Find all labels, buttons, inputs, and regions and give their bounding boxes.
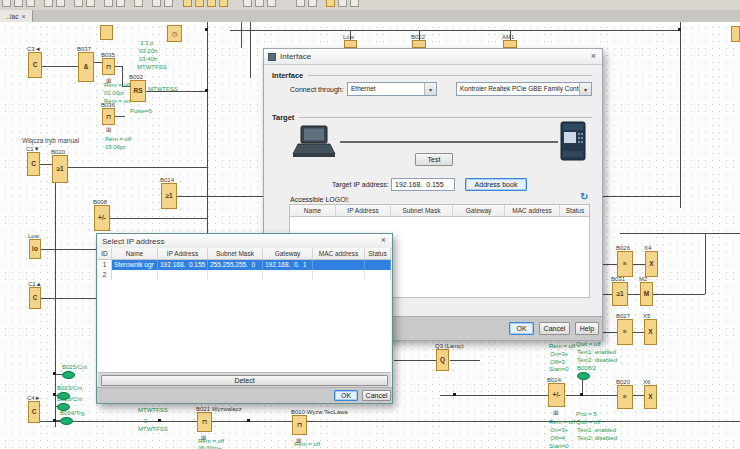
detect-button[interactable]: Detect: [101, 375, 388, 386]
column-header[interactable]: MAC address: [313, 248, 365, 259]
diagram-block[interactable]: B021 Wyzwalacz⊓: [197, 412, 212, 432]
toolbar-icon[interactable]: [195, 0, 204, 7]
diagram-block[interactable]: B027≡: [617, 319, 633, 345]
toolbar-icon[interactable]: [152, 0, 161, 7]
diagram-block[interactable]: [731, 26, 740, 42]
diagram-block[interactable]: B035⊓: [102, 58, 115, 75]
toolbar-icon[interactable]: [74, 0, 83, 7]
cancel-button[interactable]: Cancel: [362, 390, 391, 401]
diagram-block[interactable]: B022: [412, 40, 426, 48]
diagram-block[interactable]: C4►C: [28, 401, 40, 423]
close-icon[interactable]: ×: [591, 51, 596, 61]
row-id-cell[interactable]: 2: [98, 270, 112, 280]
table-cell[interactable]: [365, 260, 391, 270]
diagram-block[interactable]: B026≡: [617, 251, 633, 277]
toolbar-icon[interactable]: [183, 0, 192, 7]
table-cell[interactable]: [208, 270, 263, 280]
interface-dialog-titlebar[interactable]: Interface ×: [264, 49, 602, 65]
table-row[interactable]: 2: [98, 270, 391, 280]
diagram-block[interactable]: Q3 (Lamp)Q: [436, 349, 449, 371]
toolbar-icon[interactable]: [164, 0, 173, 7]
column-header[interactable]: IP Address: [158, 248, 208, 259]
toolbar-icon[interactable]: [296, 0, 305, 7]
toolbar-icon[interactable]: [56, 0, 65, 7]
toolbar-icon[interactable]: [44, 0, 53, 7]
toolbar-icon[interactable]: [26, 0, 35, 7]
diagram-block[interactable]: B036⊓: [102, 108, 115, 125]
column-header[interactable]: Status: [365, 248, 391, 259]
diagram-block[interactable]: C1▼C: [27, 152, 40, 176]
diagram-block[interactable]: Low: [344, 40, 357, 48]
diagram-block[interactable]: B037&: [78, 52, 94, 82]
toolbar-icon[interactable]: [86, 0, 95, 7]
column-header[interactable]: Name: [112, 248, 158, 259]
table-cell[interactable]: [112, 270, 158, 280]
table-cell[interactable]: 192.168. 0. 1: [263, 260, 313, 270]
column-header[interactable]: MAC address: [505, 205, 560, 216]
toolbar-icon[interactable]: [255, 0, 264, 7]
table-cell[interactable]: [365, 270, 391, 280]
toolbar-icon[interactable]: [2, 0, 11, 7]
diagram-block[interactable]: C1▲C: [29, 287, 41, 309]
diagram-block[interactable]: X4X: [645, 251, 658, 277]
refresh-icon[interactable]: ↻: [580, 192, 588, 202]
row-id-cell[interactable]: 1: [98, 260, 112, 270]
chevron-down-icon[interactable]: ▾: [424, 83, 436, 95]
diagram-block[interactable]: B008+/-: [94, 205, 110, 231]
diagram-block[interactable]: B020≡: [617, 385, 633, 409]
connect-through-select[interactable]: Ethernet ▾: [347, 82, 437, 96]
toolbar-icon[interactable]: [338, 0, 347, 7]
diagram-block[interactable]: B020≥1: [52, 155, 68, 183]
table-cell[interactable]: 255.255.255. 0: [208, 260, 263, 270]
network-adapter-select[interactable]: Kontroler Realtek PCIe GBE Family Contro…: [456, 82, 592, 96]
diagram-block[interactable]: B014≥1: [161, 183, 177, 209]
table-row[interactable]: 1Sterownik ogr192.168. 0.155255.255.255.…: [98, 260, 391, 270]
column-header[interactable]: Gateway: [453, 205, 505, 216]
address-book-button[interactable]: Address book: [465, 178, 527, 191]
connector-marker[interactable]: [62, 371, 75, 379]
toolbar-icon[interactable]: [116, 0, 125, 7]
table-cell[interactable]: [313, 260, 365, 270]
target-ip-input[interactable]: 192.168. 0.155: [391, 178, 455, 191]
connector-marker[interactable]: [577, 372, 590, 380]
diagram-block[interactable]: AM1: [503, 40, 517, 48]
diagram-block[interactable]: B002RS: [130, 80, 146, 102]
help-button[interactable]: Help: [575, 322, 599, 335]
ok-button[interactable]: OK: [509, 322, 534, 335]
diagram-block[interactable]: B031≥1: [612, 282, 628, 306]
column-header[interactable]: IP Address: [336, 205, 391, 216]
column-header[interactable]: Gateway: [263, 248, 313, 259]
diagram-block[interactable]: M2M: [640, 282, 653, 306]
column-header[interactable]: ID: [98, 248, 112, 259]
column-header[interactable]: Subnet Mask: [208, 248, 263, 259]
table-cell[interactable]: [313, 270, 365, 280]
diagram-block[interactable]: [100, 25, 113, 40]
toolbar-icon[interactable]: [14, 0, 23, 7]
toolbar-icon[interactable]: [219, 0, 228, 7]
toolbar-icon[interactable]: [134, 0, 143, 7]
column-header[interactable]: Status: [560, 205, 590, 216]
test-button[interactable]: Test: [415, 153, 453, 166]
chevron-down-icon[interactable]: ▾: [579, 83, 591, 95]
column-header[interactable]: Subnet Mask: [391, 205, 453, 216]
table-cell[interactable]: 192.168. 0.155: [158, 260, 208, 270]
diagram-block[interactable]: X5X: [644, 319, 657, 345]
toolbar-icon[interactable]: [350, 0, 359, 7]
ok-button[interactable]: OK: [334, 390, 358, 401]
diagram-block[interactable]: B024+/-: [548, 383, 565, 407]
document-tab[interactable]: ..lac ×: [0, 10, 33, 22]
connector-marker[interactable]: [60, 417, 73, 425]
table-cell[interactable]: Sterownik ogr: [112, 260, 158, 270]
toolbar-icon[interactable]: [308, 0, 317, 7]
column-header[interactable]: Name: [290, 205, 336, 216]
table-cell[interactable]: [263, 270, 313, 280]
diagram-block[interactable]: C3◄C: [28, 52, 42, 78]
diagram-block[interactable]: ◷: [167, 25, 182, 42]
toolbar-icon[interactable]: [267, 0, 276, 7]
close-icon[interactable]: ×: [381, 235, 386, 245]
toolbar-icon[interactable]: [243, 0, 252, 7]
select-ip-dialog-titlebar[interactable]: Select IP address ×: [97, 234, 392, 249]
diagram-block[interactable]: Lowlo: [29, 239, 41, 259]
table-cell[interactable]: [158, 270, 208, 280]
cancel-button[interactable]: Cancel: [539, 322, 570, 335]
